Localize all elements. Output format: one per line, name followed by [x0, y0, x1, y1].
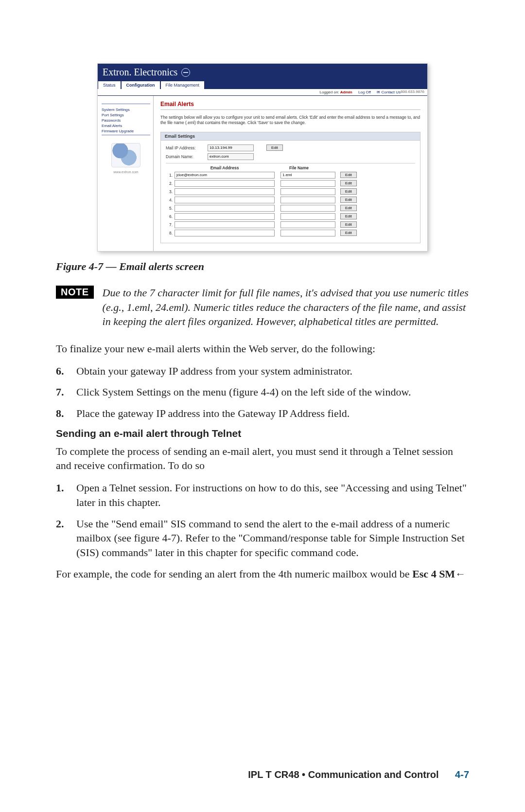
telnet-paragraph: To complete the process of sending an e-… [56, 444, 469, 473]
intro-paragraph: To finalize your new e-mail alerts withi… [56, 342, 469, 356]
col-file-name: File Name [280, 165, 318, 170]
domain-name-input[interactable] [208, 153, 254, 160]
step-num: 2. [56, 517, 76, 560]
row-num: 2. [166, 181, 173, 186]
email-input-5[interactable] [175, 205, 275, 212]
row-num: 6. [166, 214, 173, 219]
file-input-5[interactable] [280, 205, 335, 212]
step-num: 8. [56, 406, 76, 421]
footer-page-number: 4-7 [455, 769, 469, 780]
email-settings-header: Email Settings [161, 132, 420, 141]
note-badge: NOTE [56, 286, 94, 299]
step-text: Place the gateway IP address into the Ga… [76, 406, 469, 421]
email-input-7[interactable] [175, 221, 275, 228]
edit-row-button[interactable]: Edit [340, 230, 357, 236]
row-num: 1. [166, 173, 173, 178]
steps-list-b: 1.Open a Telnet session. For instruction… [56, 481, 469, 559]
brand-logo-icon [181, 68, 190, 77]
product-image [111, 143, 140, 167]
example-code: Esc 4 SM [412, 568, 455, 580]
row-num: 5. [166, 206, 173, 211]
domain-name-label: Domain Name: [166, 154, 205, 159]
edit-row-button[interactable]: Edit [340, 213, 357, 219]
phone-number: 800.633.9876 [401, 90, 424, 94]
file-input-2[interactable] [280, 180, 335, 187]
row-num: 7. [166, 222, 173, 227]
col-email-address: Email Address [174, 165, 276, 170]
tab-bar: Status Configuration File Management [98, 80, 427, 89]
brand-text: Extron. Electronics [103, 67, 177, 78]
edit-row-button[interactable]: Edit [340, 197, 357, 203]
sidebar: System Settings Port Settings Passwords … [98, 96, 154, 251]
logged-on-label: Logged on: [320, 90, 339, 94]
subheading-telnet: Sending an e-mail alert through Telnet [56, 428, 469, 439]
email-input-2[interactable] [175, 180, 275, 187]
sidebar-item-email-alerts[interactable]: Email Alerts [102, 123, 150, 128]
tab-file-management[interactable]: File Management [160, 81, 205, 89]
example-paragraph: For example, the code for sending an ale… [56, 567, 469, 581]
email-input-3[interactable] [175, 188, 275, 195]
sidebar-item-port-settings[interactable]: Port Settings [102, 112, 150, 118]
top-right-bar: 800.633.9876 Logged on: Admin Log Off ✉ … [98, 89, 427, 96]
email-input-8[interactable] [175, 230, 275, 236]
edit-row-button[interactable]: Edit [340, 205, 357, 211]
panel-description: The settings below will allow you to con… [160, 115, 420, 126]
email-input-1[interactable] [175, 172, 275, 179]
logged-on-user: Admin [340, 90, 352, 94]
edit-row-button[interactable]: Edit [340, 172, 357, 178]
tab-configuration[interactable]: Configuration [121, 81, 160, 89]
logoff-link[interactable]: Log Off [358, 90, 371, 94]
example-prefix: For example, the code for sending an ale… [56, 568, 412, 580]
file-input-4[interactable] [280, 197, 335, 203]
edit-row-button[interactable]: Edit [340, 188, 357, 195]
row-num: 3. [166, 189, 173, 194]
page-footer: IPL T CR48 • Communication and Control 4… [0, 769, 525, 780]
vendor-url: www.extron.com [102, 170, 150, 174]
sidebar-item-firmware-upgrade[interactable]: Firmware Upgrade [102, 128, 150, 134]
email-input-6[interactable] [175, 213, 275, 220]
step-text: Obtain your gateway IP address from your… [76, 364, 469, 379]
panel-title: Email Alerts [160, 101, 420, 108]
mail-ip-label: Mail IP Address: [166, 145, 205, 150]
step-num: 6. [56, 364, 76, 379]
steps-list-a: 6.Obtain your gateway IP address from yo… [56, 364, 469, 421]
mail-ip-input[interactable] [208, 144, 254, 151]
figure-caption: Figure 4-7 — Email alerts screen [56, 260, 469, 273]
step-text: Use the "Send email" SIS command to send… [76, 517, 469, 560]
step-num: 7. [56, 385, 76, 399]
file-input-8[interactable] [280, 230, 335, 236]
row-num: 4. [166, 198, 173, 202]
app-header: Extron. Electronics [98, 64, 427, 80]
email-input-4[interactable] [175, 197, 275, 203]
contact-link[interactable]: ✉ Contact Us [377, 90, 401, 94]
tab-status[interactable]: Status [98, 81, 121, 89]
example-arrow-icon: ← [455, 568, 466, 580]
note-text: Due to the 7 character limit for full fi… [103, 286, 469, 329]
email-alerts-screenshot: Extron. Electronics Status Configuration… [97, 63, 428, 252]
step-num: 1. [56, 481, 76, 509]
step-text: Click System Settings on the menu (figur… [76, 385, 469, 399]
file-input-3[interactable] [280, 188, 335, 195]
row-num: 8. [166, 231, 173, 235]
sidebar-item-system-settings[interactable]: System Settings [102, 107, 150, 112]
edit-row-button[interactable]: Edit [340, 180, 357, 186]
file-input-7[interactable] [280, 221, 335, 228]
main-panel: Email Alerts The settings below will all… [154, 96, 427, 251]
file-input-6[interactable] [280, 213, 335, 220]
sidebar-item-passwords[interactable]: Passwords [102, 118, 150, 123]
edit-row-button[interactable]: Edit [340, 221, 357, 228]
footer-section: IPL T CR48 • Communication and Control [248, 769, 438, 780]
edit-settings-button[interactable]: Edit [266, 144, 283, 151]
file-input-1[interactable] [280, 172, 335, 179]
step-text: Open a Telnet session. For instructions … [76, 481, 469, 509]
